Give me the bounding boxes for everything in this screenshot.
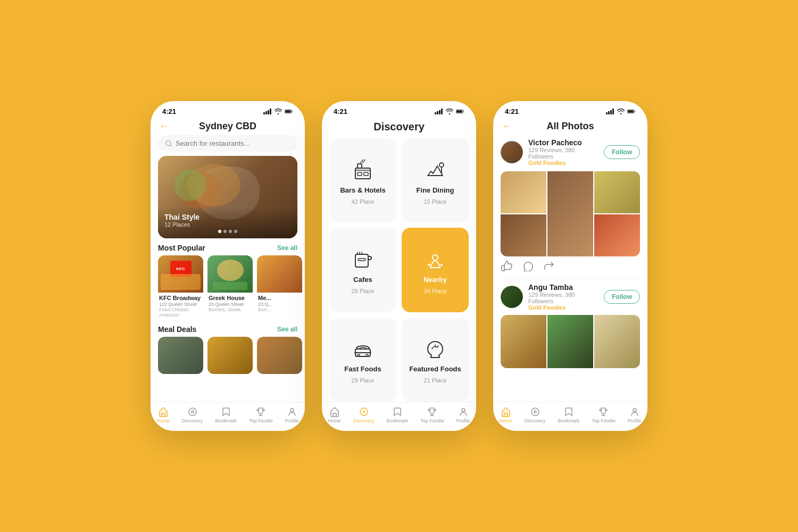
search-input[interactable] (176, 139, 290, 147)
svg-rect-0 (263, 112, 265, 114)
status-bar-3: 4:21 (493, 101, 647, 118)
nav-topfoodie-3[interactable]: Top Foodie (592, 406, 616, 423)
search-bar-1[interactable] (158, 135, 297, 152)
category-fast-foods[interactable]: Fast Foods 29 Place (329, 318, 396, 402)
svg-rect-5 (285, 110, 291, 112)
status-bar-2: 4:21 (322, 101, 476, 118)
svg-rect-11 (437, 111, 438, 114)
thumbs-up-icon (501, 261, 512, 271)
svg-rect-33 (608, 111, 610, 114)
nav-discovery-2[interactable]: Discovery (353, 406, 375, 423)
most-popular-title: Most Popular (158, 244, 205, 252)
nav-discovery-1[interactable]: Discovery (182, 406, 203, 423)
restaurant-card-greek[interactable]: Greek House 23 Queen Street Burritos, Gr… (207, 255, 253, 320)
meal-deal-2[interactable] (207, 337, 253, 374)
follow-button-victor[interactable]: Follow (604, 145, 640, 159)
nav-profile-label-2: Profile (456, 418, 470, 423)
hero-dot-3 (229, 230, 232, 233)
category-bars-hotels[interactable]: Bars & Hotels 42 Place (329, 138, 396, 222)
angu-info: Angu Tamba 129 Reviews, 380 Followers Go… (528, 283, 598, 311)
signal-icon-2 (435, 109, 443, 114)
kfc-type: Fried Chicken, American (159, 307, 202, 318)
back-button-3[interactable]: ← (502, 121, 511, 132)
restaurant-card-kfc[interactable]: KFC KFC Broadway 122 Queen Street Fried … (158, 255, 203, 320)
nav-profile-1[interactable]: Profile (285, 406, 299, 423)
food-photo-a1 (501, 315, 546, 368)
meal-deals-see-all[interactable]: See all (277, 326, 297, 333)
phone-discovery: 4:21 (322, 101, 476, 431)
nav-topfoodie-1[interactable]: Top Foodie (249, 406, 273, 423)
nav-bookmark-label-3: Bookmark (558, 418, 579, 423)
greek-address: 23 Queen Street (209, 302, 252, 307)
follow-button-angu[interactable]: Follow (604, 290, 640, 304)
greek-image (207, 255, 253, 293)
nav-discovery-3[interactable]: Discovery (525, 406, 546, 423)
like-button[interactable] (501, 261, 512, 274)
svg-rect-1 (265, 111, 267, 114)
back-button-1[interactable]: ← (159, 121, 169, 132)
discovery-icon-3 (530, 406, 541, 417)
greek-type: Burritos, Greek (209, 307, 252, 312)
nav-home-1[interactable]: Home (157, 406, 170, 423)
page-title-2: Discovery (373, 121, 425, 132)
nav-profile-3[interactable]: Profile (628, 406, 642, 423)
svg-point-7 (189, 408, 196, 415)
category-nearby[interactable]: Nearby 34 Place (402, 228, 469, 312)
meal-deal-1-image (158, 337, 203, 374)
greek-info: Greek House 23 Queen Street Burritos, Gr… (207, 293, 253, 314)
hero-overlay: Thai Style 12 Places (158, 207, 297, 238)
trophy-icon-2 (427, 406, 437, 417)
comment-icon (522, 261, 534, 271)
nav-home-2[interactable]: Home (328, 406, 341, 423)
divider (501, 278, 640, 279)
nav-discovery-label-3: Discovery (525, 418, 546, 423)
meal-deals-title: Meal Deals (158, 325, 196, 334)
share-button[interactable] (543, 261, 555, 274)
p2-header: Discovery (322, 118, 476, 138)
hero-dot-4 (234, 230, 237, 233)
meal-deal-3[interactable] (257, 337, 302, 374)
most-popular-see-all[interactable]: See all (277, 244, 297, 252)
phones-container: 4:21 (151, 101, 647, 431)
svg-point-30 (363, 411, 365, 413)
svg-point-24 (440, 264, 443, 266)
phone2-content: Discovery Bars & Hotels (322, 118, 476, 402)
cafes-icon (351, 248, 375, 271)
category-cafes[interactable]: Cafes 28 Place (329, 228, 396, 312)
svg-point-23 (428, 264, 430, 266)
fast-foods-count: 29 Place (352, 377, 375, 384)
nav-bookmark-2[interactable]: Bookmark (386, 406, 408, 423)
category-featured-foods[interactable]: Featured Foods 21 Place (402, 318, 469, 402)
phone-all-photos: 4:21 (493, 101, 647, 431)
svg-rect-35 (612, 109, 614, 114)
victor-badge: Gold Foodies (528, 160, 598, 166)
victor-info: Victor Pacheco 129 Reviews, 380 Follower… (528, 138, 598, 166)
meal-deal-1[interactable] (158, 337, 203, 374)
meal-deals-cards (151, 337, 305, 374)
me-info: Me... 23 Q... Burr... (257, 293, 302, 314)
nav-home-3[interactable]: Home (500, 406, 512, 423)
nav-bookmark-3[interactable]: Bookmark (558, 406, 579, 423)
nav-bookmark-1[interactable]: Bookmark (215, 406, 237, 423)
nav-topfoodie-label-2: Top Foodie (420, 418, 444, 423)
category-fine-dining[interactable]: Fine Dining 15 Place (402, 138, 469, 222)
bottom-nav-3: Home Discovery Bookmark Top Foodie Profi… (493, 402, 647, 431)
nav-profile-2[interactable]: Profile (456, 406, 470, 423)
fine-dining-count: 15 Place (424, 198, 447, 205)
status-icons-3 (606, 109, 636, 114)
featured-foods-name: Featured Foods (409, 365, 461, 373)
restaurant-card-me[interactable]: Me... 23 Q... Burr... (257, 255, 302, 320)
comment-button[interactable] (522, 261, 534, 274)
svg-point-39 (534, 411, 536, 413)
bars-hotels-count: 42 Place (352, 198, 375, 205)
home-icon (158, 406, 169, 417)
svg-point-8 (192, 411, 194, 413)
svg-rect-32 (606, 112, 608, 114)
me-type: Burr... (258, 307, 301, 312)
svg-rect-21 (358, 259, 365, 261)
food-photo-a3 (594, 315, 640, 368)
nav-topfoodie-2[interactable]: Top Foodie (420, 406, 444, 423)
nav-bookmark-label-2: Bookmark (386, 418, 408, 423)
fine-dining-icon (423, 159, 447, 182)
hero-dot-2 (223, 230, 227, 233)
